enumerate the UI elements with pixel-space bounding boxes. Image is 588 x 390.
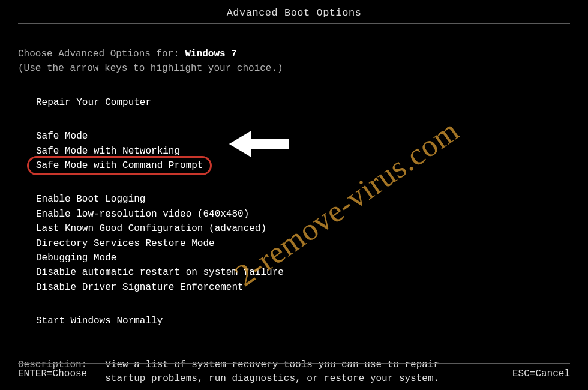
menu-disable-auto-restart[interactable]: Disable automatic restart on system fail… — [30, 265, 290, 280]
menu-group-normal: Start Windows Normally — [18, 314, 570, 328]
menu-safe-mode-command-prompt[interactable]: Safe Mode with Command Prompt — [30, 158, 209, 173]
footer-bar: ENTER=Choose ESC=Cancel — [18, 368, 570, 379]
menu-repair-your-computer[interactable]: Repair Your Computer — [30, 95, 157, 110]
divider-bottom — [18, 363, 570, 364]
menu-group-safemode: Safe Mode Safe Mode with Networking Safe… — [18, 129, 570, 173]
menu-last-known-good[interactable]: Last Known Good Configuration (advanced) — [30, 221, 272, 236]
menu-group-advanced: Enable Boot Logging Enable low-resolutio… — [18, 192, 570, 295]
menu-enable-boot-logging[interactable]: Enable Boot Logging — [30, 192, 151, 206]
menu-safe-mode-networking[interactable]: Safe Mode with Networking — [30, 144, 186, 158]
boot-options-screen: Advanced Boot Options Choose Advanced Op… — [0, 0, 588, 390]
menu-start-windows-normally[interactable]: Start Windows Normally — [30, 314, 169, 328]
menu-disable-driver-sig[interactable]: Disable Driver Signature Enforcement — [30, 280, 250, 295]
arrow-key-hint: (Use the arrow keys to highlight your ch… — [18, 63, 570, 74]
menu-group-repair: Repair Your Computer — [18, 95, 570, 110]
footer-esc-hint: ESC=Cancel — [512, 368, 570, 379]
divider-top — [18, 23, 570, 24]
os-name: Windows 7 — [185, 49, 236, 59]
footer-enter-hint: ENTER=Choose — [18, 368, 87, 379]
instruction-prefix: Choose Advanced Options for: — [18, 49, 185, 59]
page-title: Advanced Boot Options — [18, 0, 570, 23]
instruction-line: Choose Advanced Options for: Windows 7 — [18, 48, 570, 61]
menu-debugging-mode[interactable]: Debugging Mode — [30, 251, 122, 265]
menu-safe-mode[interactable]: Safe Mode — [30, 129, 94, 143]
menu-directory-services-restore[interactable]: Directory Services Restore Mode — [30, 236, 221, 251]
menu-low-res-video[interactable]: Enable low-resolution video (640x480) — [30, 207, 255, 221]
